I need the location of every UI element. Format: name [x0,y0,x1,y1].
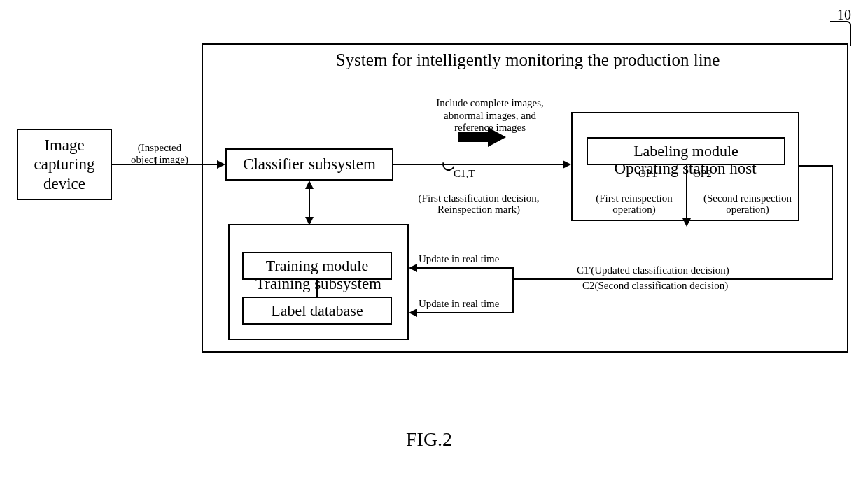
c2-label: C2(Second classification decision) [582,280,728,292]
image-capturing-device-box: Image capturing device [17,129,112,200]
op2-label: OP2 [693,168,712,180]
labeling-module-label: Labeling module [634,142,738,160]
c1t-desc-label: (First classification decision, Reinspec… [409,181,549,216]
labeling-module-box: Labeling module [587,137,785,165]
feedback-line-down [832,165,833,280]
op1-label: OP1 [638,168,657,180]
figure-label: FIG.2 [406,428,452,451]
feedback-line-right [799,165,833,167]
thick-arrow-icon [458,127,507,150]
training-module-label: Training module [266,257,368,275]
arrow-head-2 [563,160,571,169]
arrow-line-update1 [417,267,514,269]
arrow-head-bidir-up [305,181,314,189]
include-images-label: Include complete images, abnormal images… [413,85,567,134]
training-inner-connector [316,280,318,297]
label-database-box: Label database [242,297,392,325]
arrow-head-update2 [409,309,417,317]
op-divider [686,165,687,221]
svg-marker-0 [458,127,506,147]
update2-label: Update in real time [419,298,499,310]
feedback-line-vert2 [512,267,514,313]
arrow-head-bidir-down [305,217,314,225]
arrow-head-update1 [409,264,417,272]
image-capturing-device-label: Image capturing device [34,136,95,194]
ref-bracket-10 [830,21,851,46]
arrow-line-update2 [417,312,514,313]
c1t-label: C1,T [454,168,475,180]
training-module-box: Training module [242,252,392,280]
classifier-label: Classifier subsystem [243,155,376,174]
ref-10-label: 10 [837,7,851,23]
system-title: System for intelligently monitoring the … [290,50,766,70]
arrow-head-op-down [682,218,691,227]
op1-desc-label: (First reinspection operation) [582,181,686,216]
update1-label: Update in real time [419,253,499,265]
c1prime-label: C1'(Updated classification decision) [577,264,729,276]
op2-desc-label: (Second reinspection operation) [692,181,804,216]
classifier-subsystem-box: Classifier subsystem [225,148,393,181]
inspected-label: (Inspected object image) [118,130,202,166]
arrow-line-2 [393,164,564,165]
arrow-line-bidir [309,188,310,218]
label-database-label: Label database [271,302,363,320]
inspected-i-label: I [154,155,158,167]
